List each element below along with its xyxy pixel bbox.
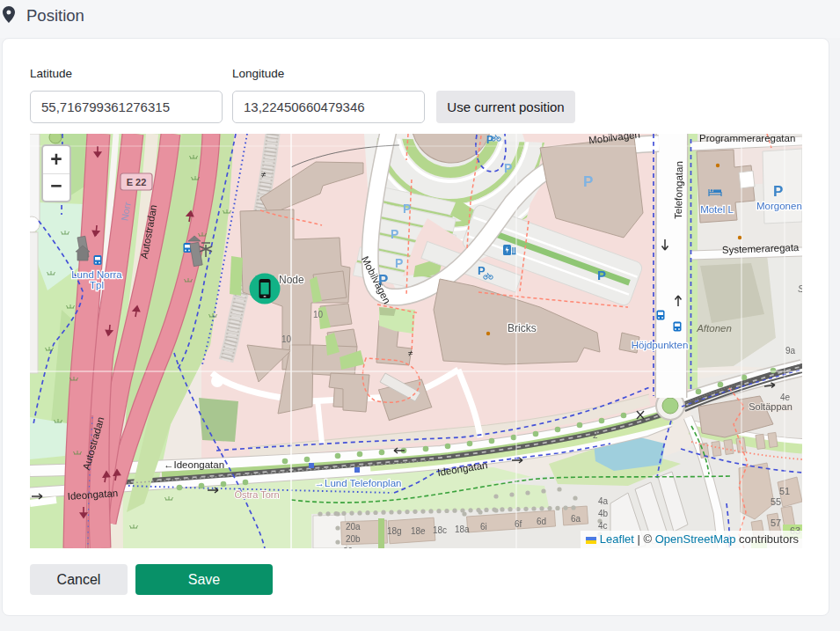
svg-text:6d: 6d [537, 517, 546, 526]
svg-text:P: P [597, 268, 606, 282]
svg-text:P: P [403, 202, 411, 216]
svg-text:E 22: E 22 [127, 177, 147, 187]
svg-text:4b: 4b [598, 509, 609, 518]
svg-text:Telefongatan: Telefongatan [673, 161, 684, 219]
svg-text:6i: 6i [480, 522, 487, 532]
svg-text:4a: 4a [598, 496, 609, 506]
svg-text:Höjdpunkten: Höjdpunkten [632, 340, 689, 350]
svg-text:6f: 6f [515, 519, 522, 529]
svg-text:←Ideongatan: ←Ideongatan [164, 459, 224, 470]
svg-text:6a: 6a [571, 514, 581, 524]
svg-text:P: P [773, 183, 783, 200]
svg-text:Node: Node [279, 274, 304, 286]
svg-text:10: 10 [313, 310, 324, 319]
svg-text:S: S [798, 283, 802, 294]
svg-text:Bricks: Bricks [508, 322, 537, 334]
svg-text:4e: 4e [780, 393, 791, 402]
svg-text:55: 55 [771, 496, 781, 507]
svg-text:≠: ≠ [261, 170, 267, 180]
svg-text:Östra Torn: Östra Torn [234, 489, 279, 500]
svg-text:18g: 18g [387, 526, 402, 536]
svg-text:P: P [486, 134, 493, 146]
svg-text:57: 57 [771, 517, 781, 528]
svg-text:Aftonen: Aftonen [696, 323, 732, 334]
svg-text:18a: 18a [455, 525, 470, 534]
svg-text:≠: ≠ [408, 349, 413, 358]
svg-text:P: P [391, 227, 398, 241]
svg-text:4c: 4c [598, 521, 608, 531]
svg-text:Morgonen: Morgonen [756, 201, 802, 211]
svg-text:2: 2 [593, 430, 598, 440]
svg-text:→Lund Telefonplan: →Lund Telefonplan [315, 478, 402, 488]
svg-text:20c: 20c [343, 547, 357, 548]
svg-text:P: P [395, 256, 403, 270]
svg-text:20a: 20a [346, 522, 361, 532]
svg-text:Programmeraregatan: Programmeraregatan [699, 134, 795, 143]
svg-text:Lund Norra: Lund Norra [71, 269, 122, 280]
svg-text:9a: 9a [785, 346, 796, 356]
svg-text:18e: 18e [411, 526, 426, 536]
svg-text:20b: 20b [346, 534, 361, 544]
svg-text:51: 51 [779, 486, 790, 496]
svg-text:P: P [583, 173, 593, 190]
svg-text:Tpl: Tpl [90, 280, 104, 290]
svg-text:18c: 18c [433, 525, 447, 535]
svg-text:10: 10 [281, 334, 292, 344]
svg-text:P: P [504, 161, 512, 175]
svg-text:Soltäppan: Soltäppan [749, 401, 793, 412]
svg-text:Motel L: Motel L [700, 204, 734, 215]
